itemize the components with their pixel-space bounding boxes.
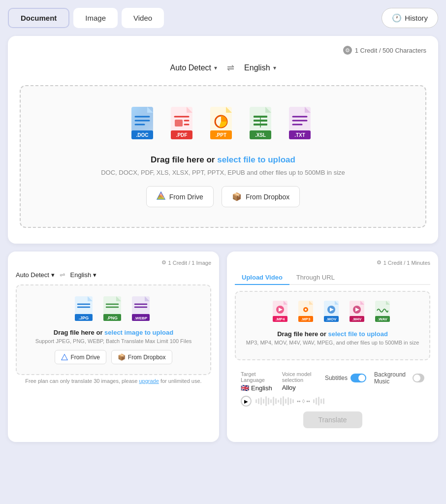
image-panel: ⚙ 1 Credit / 1 Image Auto Detect ▾ ⇌ Eng… [8, 252, 219, 442]
video-settings-row: Target Language 🇬🇧 English Voice model s… [241, 371, 424, 392]
svg-text:.PDF: .PDF [176, 132, 188, 138]
upgrade-link[interactable]: upgrade [139, 378, 159, 384]
history-label: History [405, 14, 428, 22]
bg-music-label: Background Music [374, 371, 410, 385]
svg-text:.PNG: .PNG [106, 315, 117, 320]
image-swap-icon[interactable]: ⇌ [60, 271, 65, 279]
upload-buttons: From Drive 📦 From Dropbox [31, 186, 415, 207]
svg-text:.WAV: .WAV [378, 317, 388, 321]
image-source-lang[interactable]: Auto Detect ▾ [16, 271, 55, 279]
image-upload-text: Drag file here or select image to upload [23, 329, 204, 336]
subtitles-label: Subtitles [325, 375, 348, 381]
video-select-link[interactable]: select file to upload [328, 330, 387, 338]
source-lang-arrow: ▾ [214, 64, 217, 71]
voice-model-value[interactable]: Alloy [282, 384, 315, 391]
bg-music-toggle[interactable] [413, 374, 424, 382]
toggles-row: Subtitles Background Music [325, 371, 424, 385]
from-drive-button[interactable]: From Drive [146, 186, 214, 207]
image-from-dropbox-button[interactable]: 📦 From Dropbox [111, 350, 172, 364]
svg-marker-58 [62, 354, 67, 360]
drive-icon [157, 191, 165, 202]
source-lang-label: Auto Detect [170, 63, 211, 72]
play-button[interactable]: ▶ [241, 396, 252, 407]
video-file-icons: .MP4 .MP3 [242, 300, 423, 323]
mp4-icon: .MP4 [272, 300, 291, 323]
png-file-icon: .PNG [102, 295, 125, 322]
wav-icon: .WAV [374, 300, 394, 323]
top-nav: Document Image Video 🕐 History [8, 8, 438, 28]
subtitles-toggle-item: Subtitles [325, 374, 366, 382]
drive-icon-small [61, 354, 68, 361]
video-upload-area[interactable]: .MP4 .MP3 [235, 291, 430, 360]
svg-text:.MP4: .MP4 [275, 317, 285, 321]
video-panel: ⚙ 1 Credit / 1 Minutes Upload Video Thro… [227, 252, 438, 442]
target-language-label: Target Language [241, 371, 272, 383]
mp3-icon: .MP3 [297, 300, 317, 323]
svg-text:.WEBP: .WEBP [134, 316, 147, 320]
image-target-lang[interactable]: English ▾ [70, 271, 96, 279]
video-panel-tabs: Upload Video Through URL [235, 271, 430, 285]
document-panel: ⚙ 1 Credit / 500 Characters Auto Detect … [8, 36, 438, 244]
history-button[interactable]: 🕐 History [382, 8, 438, 28]
image-upload-area[interactable]: .JPG .PNG [16, 284, 211, 375]
target-language-value[interactable]: 🇬🇧 English [241, 384, 272, 392]
language-row: Auto Detect ▾ ⇌ English ▾ [20, 63, 426, 73]
select-file-link[interactable]: select file to upload [217, 155, 295, 164]
image-file-icons: .JPG .PNG [23, 295, 204, 322]
tab-upload-video[interactable]: Upload Video [235, 271, 289, 285]
svg-rect-11 [175, 120, 183, 126]
tab-through-url[interactable]: Through URL [289, 271, 342, 285]
from-dropbox-label: From Dropbox [246, 193, 289, 201]
waveform: •• ◊ •• [255, 396, 424, 406]
image-select-link[interactable]: select image to upload [104, 329, 173, 336]
video-upload-hint: MP3, MP4, MOV, M4V, WAV, MPEG, and other… [242, 340, 423, 346]
target-language-select[interactable]: English ▾ [244, 63, 276, 72]
video-credit-text: 1 Credit / 1 Minutes [383, 260, 430, 266]
image-lang-row: Auto Detect ▾ ⇌ English ▾ [16, 271, 211, 279]
credit-info: ⚙ 1 Credit / 500 Characters [20, 46, 426, 55]
video-settings: Target Language 🇬🇧 English Voice model s… [235, 365, 430, 434]
video-credit: ⚙ 1 Credit / 1 Minutes [235, 259, 430, 266]
webp-file-icon: .WEBP [131, 295, 154, 322]
svg-text:.M4V: .M4V [352, 317, 361, 321]
document-upload-area[interactable]: .DOC .PDF [20, 85, 426, 228]
flag-icon: 🇬🇧 [241, 384, 249, 392]
svg-text:.MP3: .MP3 [301, 317, 310, 321]
nav-tabs: Document Image Video [8, 8, 164, 28]
voice-model-group: Voice model selection Alloy [282, 371, 315, 392]
video-credit-icon: ⚙ [377, 259, 382, 266]
credit-text: 1 Credit / 500 Characters [355, 47, 426, 54]
svg-text:.DOC: .DOC [136, 132, 149, 138]
txt-file-icon: .TXT [287, 106, 317, 141]
translate-button[interactable]: Translate [303, 411, 362, 428]
swap-languages-icon[interactable]: ⇌ [227, 63, 234, 73]
svg-text:.PPT: .PPT [216, 132, 226, 138]
upload-main-text: Drag file here or select file to upload [31, 155, 415, 165]
subtitles-toggle[interactable] [350, 374, 366, 382]
bg-music-toggle-item: Background Music [374, 371, 424, 385]
free-plan-note: Free plan can only translate 30 images, … [16, 378, 211, 384]
bg-music-knob [414, 375, 420, 381]
image-credit-icon: ⚙ [161, 259, 166, 266]
svg-text:.XSL: .XSL [255, 132, 266, 138]
source-language-select[interactable]: Auto Detect ▾ [170, 63, 217, 72]
svg-text:.JPG: .JPG [78, 315, 89, 320]
from-dropbox-button[interactable]: 📦 From Dropbox [222, 186, 300, 207]
m4v-icon: .M4V [349, 300, 368, 323]
image-upload-hint: Support JPEG, PNG, WEBP, Batch Translate… [23, 338, 204, 344]
tab-video[interactable]: Video [122, 8, 164, 28]
image-from-drive-button[interactable]: From Drive [55, 350, 106, 364]
target-lang-arrow: ▾ [273, 64, 276, 71]
doc-file-icon: .DOC [129, 106, 159, 141]
dropbox-icon: 📦 [232, 192, 242, 201]
tab-document[interactable]: Document [8, 8, 69, 28]
tab-image[interactable]: Image [73, 8, 118, 28]
bottom-panels: ⚙ 1 Credit / 1 Image Auto Detect ▾ ⇌ Eng… [8, 252, 438, 442]
credit-icon: ⚙ [343, 46, 352, 55]
svg-text:.TXT: .TXT [294, 132, 305, 138]
upload-hint-text: DOC, DOCX, PDF, XLS, XLSX, PPT, PPTX, EP… [31, 169, 415, 176]
subtitles-knob [358, 375, 365, 381]
pdf-file-icon: .PDF [169, 106, 198, 141]
target-lang-label: English [244, 63, 270, 72]
voice-model-label: Voice model selection [282, 371, 315, 383]
